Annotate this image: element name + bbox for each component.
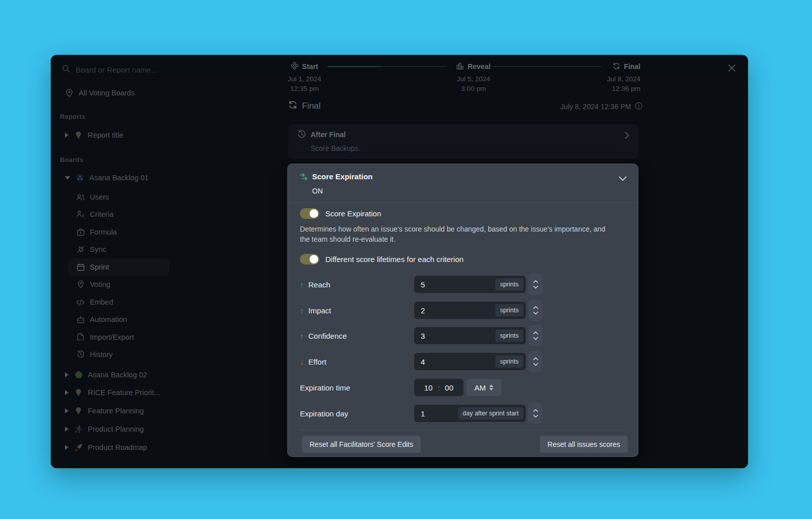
confidence-stepper[interactable] [528, 325, 543, 346]
chevron-up-icon [533, 331, 538, 335]
expiration-day-input-wrap: day after sprint start [414, 405, 526, 422]
criterion-label: Confidence [309, 332, 347, 340]
score-expiration-panel: Score Expiration ON Score Expiration Det… [287, 164, 638, 457]
chevron-down-icon [533, 311, 538, 315]
chevron-down-icon [533, 337, 538, 340]
criterion-label: Reach [309, 280, 330, 289]
score-expiration-toggle[interactable] [300, 208, 319, 219]
meridiem-value: AM [475, 383, 486, 392]
time-colon: : [437, 383, 439, 392]
impact-stepper[interactable] [528, 300, 543, 321]
score-expiration-toggle-label: Score Expiration [325, 209, 381, 218]
panel-status: ON [312, 187, 323, 195]
expiration-day-label: Expiration day [300, 409, 348, 418]
expiration-day-row: Expiration day day after sprint start [300, 405, 627, 422]
unit-chip: sprints [495, 304, 523, 316]
divider [300, 430, 626, 430]
reach-input-wrap: sprints [414, 276, 526, 293]
criterion-row-confidence: ↑Confidence sprints [300, 327, 627, 344]
panel-description: Determines how often an issue’s score sh… [300, 224, 611, 244]
reset-issues-scores-button[interactable]: Reset all issues scores [540, 436, 628, 453]
unit-chip: sprints [495, 355, 523, 368]
criterion-label: Impact [309, 306, 331, 315]
chevron-down-icon [533, 363, 538, 366]
arrow-up-icon: ↑ [300, 332, 304, 340]
reset-facilitators-edits-button[interactable]: Reset all Facilitators' Score Edits [302, 436, 421, 453]
chevron-down-icon[interactable] [619, 174, 627, 183]
different-lifetimes-toggle[interactable] [300, 254, 319, 265]
meridiem-select[interactable]: AM [466, 379, 501, 396]
criterion-row-effort: ↓Effort sprints [300, 353, 627, 370]
time-input[interactable]: 10 : 00 [414, 379, 463, 396]
expiration-day-stepper[interactable] [528, 403, 543, 424]
effort-input-wrap: sprints [414, 353, 526, 370]
toggle-knob [310, 255, 318, 264]
criterion-row-impact: ↑Impact sprints [300, 302, 627, 319]
chevron-up-icon [533, 409, 538, 412]
arrow-up-icon: ↑ [300, 306, 304, 315]
chevron-up-icon [533, 280, 538, 283]
confidence-input-wrap: sprints [414, 327, 526, 344]
arrow-up-icon: ↑ [300, 280, 304, 289]
sort-arrows-icon [489, 384, 493, 391]
chevron-up-icon [533, 357, 538, 361]
unit-chip: sprints [495, 278, 523, 290]
expiration-time-row: Expiration time 10 : 00 AM [300, 379, 627, 396]
impact-input-wrap: sprints [414, 302, 526, 319]
chevron-up-icon [533, 306, 538, 309]
divider [288, 202, 638, 203]
criterion-row-reach: ↑Reach sprints [300, 276, 627, 293]
toggle-knob [310, 209, 318, 218]
panel-title: Score Expiration [312, 172, 373, 181]
criterion-label: Effort [309, 358, 327, 366]
arrow-down-icon: ↓ [300, 358, 304, 366]
chevron-down-icon [533, 285, 538, 289]
unit-chip: sprints [495, 330, 523, 342]
chevron-down-icon [533, 414, 538, 418]
reach-stepper[interactable] [528, 274, 543, 295]
minute-value[interactable]: 00 [445, 383, 454, 392]
score-expiration-icon [299, 172, 309, 183]
different-lifetimes-toggle-label: Different score lifetimes for each crite… [325, 255, 463, 264]
hour-value[interactable]: 10 [424, 383, 433, 392]
unit-chip: day after sprint start [458, 407, 523, 419]
effort-stepper[interactable] [528, 351, 543, 372]
expiration-time-label: Expiration time [300, 383, 350, 392]
app-window: All Voting Boards Reports Report title B… [51, 55, 748, 468]
